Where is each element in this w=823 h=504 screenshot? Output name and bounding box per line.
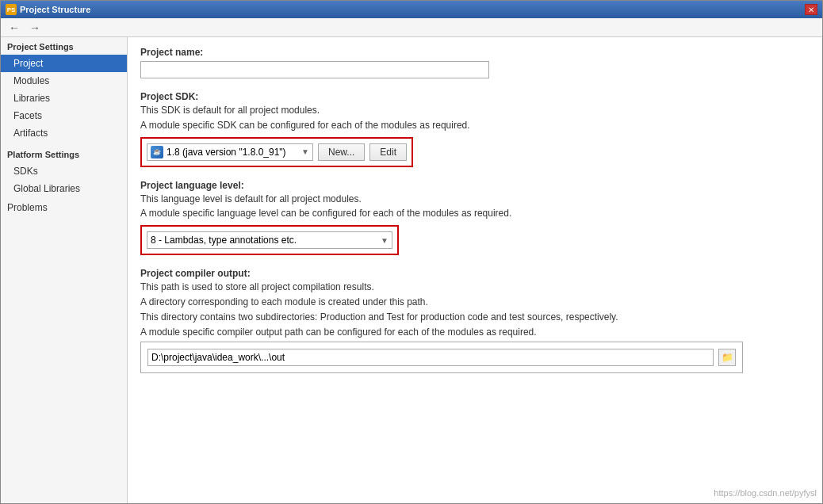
platform-settings-header: Platform Settings bbox=[1, 145, 127, 162]
compiler-box: 📁 bbox=[140, 342, 743, 373]
main-window: PS Project Structure ✕ ← → Project Setti… bbox=[0, 0, 823, 504]
language-box: 8 - Lambdas, type annotations etc. ▼ bbox=[140, 225, 399, 255]
compiler-desc4: A module specific compiler output path c… bbox=[140, 326, 810, 339]
sidebar-item-modules[interactable]: Modules bbox=[1, 72, 127, 90]
language-dropdown[interactable]: 8 - Lambdas, type annotations etc. ▼ bbox=[147, 231, 392, 249]
sidebar-item-global-libraries[interactable]: Global Libraries bbox=[1, 180, 127, 197]
lang-dropdown-arrow: ▼ bbox=[381, 236, 389, 245]
sidebar: Project Settings Project Modules Librari… bbox=[1, 37, 128, 503]
sdk-icon: ☕ bbox=[151, 146, 163, 158]
sidebar-item-facets[interactable]: Facets bbox=[1, 107, 127, 124]
sdk-new-button[interactable]: New... bbox=[318, 143, 365, 161]
compiler-output-group: Project compiler output: This path is us… bbox=[140, 268, 810, 373]
lang-desc2: A module specific language level can be … bbox=[140, 207, 810, 220]
sdk-desc2: A module specific SDK can be configured … bbox=[140, 119, 810, 132]
sdk-row: ☕ 1.8 (java version "1.8.0_91") ▼ New...… bbox=[147, 143, 407, 161]
project-name-group: Project name: bbox=[140, 47, 810, 78]
language-level-group: Project language level: This language le… bbox=[140, 180, 810, 256]
lang-desc1: This language level is default for all p… bbox=[140, 193, 810, 206]
project-sdk-group: Project SDK: This SDK is default for all… bbox=[140, 91, 810, 167]
folder-browse-button[interactable]: 📁 bbox=[718, 349, 736, 366]
sdk-dropdown[interactable]: ☕ 1.8 (java version "1.8.0_91") ▼ bbox=[147, 143, 313, 161]
project-name-label: Project name: bbox=[140, 47, 810, 58]
window-title: Project Structure bbox=[20, 5, 90, 14]
forward-button[interactable]: → bbox=[26, 20, 44, 36]
sdk-edit-button[interactable]: Edit bbox=[369, 143, 407, 161]
sdk-dropdown-arrow: ▼ bbox=[301, 147, 309, 156]
sidebar-item-problems[interactable]: Problems bbox=[1, 197, 127, 216]
compiler-desc3: This directory contains two subdirectori… bbox=[140, 311, 810, 324]
sidebar-item-project[interactable]: Project bbox=[1, 55, 127, 72]
close-button[interactable]: ✕ bbox=[805, 4, 817, 15]
sidebar-item-libraries[interactable]: Libraries bbox=[1, 90, 127, 107]
compiler-desc2: A directory corresponding to each module… bbox=[140, 296, 810, 309]
lang-value: 8 - Lambdas, type annotations etc. bbox=[151, 235, 297, 246]
project-sdk-label: Project SDK: bbox=[140, 91, 810, 102]
compiler-desc1: This path is used to store all project c… bbox=[140, 281, 810, 294]
main-content: Project Settings Project Modules Librari… bbox=[1, 37, 822, 503]
right-panel: Project name: Project SDK: This SDK is d… bbox=[128, 37, 822, 503]
sdk-value: 1.8 (java version "1.8.0_91") bbox=[167, 147, 286, 158]
sidebar-item-artifacts[interactable]: Artifacts bbox=[1, 124, 127, 142]
back-button[interactable]: ← bbox=[6, 20, 23, 36]
title-bar: PS Project Structure ✕ bbox=[1, 1, 822, 18]
language-level-label: Project language level: bbox=[140, 180, 810, 191]
sidebar-item-sdks[interactable]: SDKs bbox=[1, 162, 127, 180]
watermark: https://blog.csdn.net/pyfysl bbox=[714, 488, 817, 498]
compiler-path-input[interactable] bbox=[147, 349, 714, 366]
compiler-output-label: Project compiler output: bbox=[140, 268, 810, 279]
project-name-input[interactable] bbox=[140, 61, 489, 78]
toolbar: ← → bbox=[1, 18, 822, 37]
project-settings-header: Project Settings bbox=[1, 37, 127, 55]
sdk-box: ☕ 1.8 (java version "1.8.0_91") ▼ New...… bbox=[140, 137, 413, 167]
compiler-input-row: 📁 bbox=[147, 349, 736, 366]
title-bar-left: PS Project Structure bbox=[6, 4, 90, 15]
app-icon: PS bbox=[6, 4, 17, 15]
sdk-desc1: This SDK is default for all project modu… bbox=[140, 104, 810, 117]
